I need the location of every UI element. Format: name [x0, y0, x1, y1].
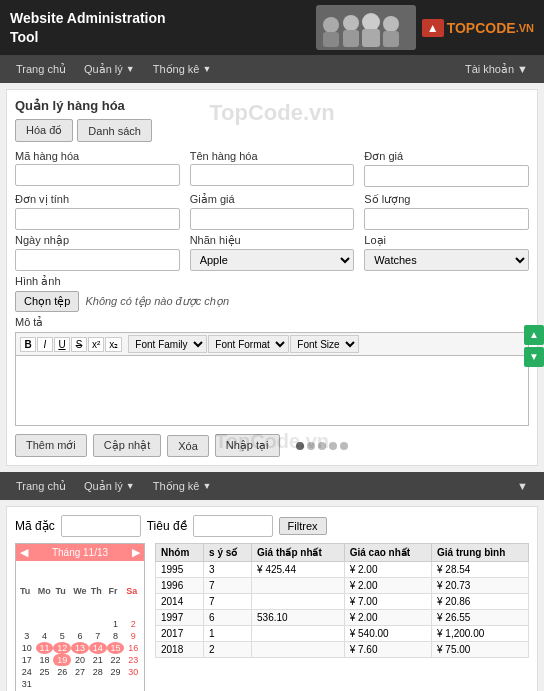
people-image	[316, 5, 416, 50]
svg-rect-1	[323, 32, 339, 47]
nav-thongke-2[interactable]: Thống kê ▼	[145, 476, 220, 497]
section-quanly: TopCode.vn Quản lý hàng hóa Hóa đồ Danh …	[6, 89, 538, 466]
svg-rect-5	[362, 29, 380, 47]
filter-btn[interactable]: Filtrex	[279, 517, 327, 535]
sub-btn[interactable]: x₂	[105, 337, 122, 352]
field-ngay-nhap: Ngày nhập	[15, 234, 180, 271]
field-nhan-hieu: Nhãn hiệu Apple Samsung	[190, 234, 355, 271]
upload-btn[interactable]: Chọn tệp	[15, 291, 79, 312]
filter-row: Mã đặc Tiêu đề Filtrex	[15, 515, 529, 537]
input-giam-gia[interactable]	[190, 208, 355, 230]
label-loai: Loại	[364, 234, 529, 247]
scroll-up-btn[interactable]: ▲	[524, 325, 544, 345]
italic-btn[interactable]: I	[37, 337, 53, 352]
col-so-dat: s ý số	[204, 544, 252, 562]
input-don-vi-tinh[interactable]	[15, 208, 180, 230]
form-grid: Mã hàng hóa Tên hàng hóa Đơn giá Đơn vị …	[15, 150, 529, 230]
cal-prev[interactable]: ◀	[20, 546, 28, 559]
bold-btn[interactable]: B	[20, 337, 36, 352]
brand-row: Ngày nhập Nhãn hiệu Apple Samsung Loại W…	[15, 234, 529, 271]
cell-gia-tb: ¥ 20.86	[432, 594, 529, 610]
nhap-tai-btn[interactable]: Nhập tại	[215, 434, 280, 457]
cal-week-1: 1 2	[18, 618, 142, 630]
nav-thongke[interactable]: Thống kê ▼	[145, 59, 220, 80]
cal-header: ◀ Tháng 11/13 ▶	[16, 544, 144, 561]
input-ma-hang-hoa[interactable]	[15, 164, 180, 186]
field-don-vi-tinh: Đơn vị tính	[15, 193, 180, 230]
header-logo: ▲ TOPCODE .VN	[316, 5, 534, 50]
cell-nhom: 1997	[156, 610, 204, 626]
editor-area[interactable]	[15, 356, 529, 426]
nav-home[interactable]: Trang chủ	[8, 59, 74, 80]
cell-nhom: 1995	[156, 562, 204, 578]
pagination	[296, 442, 348, 450]
svg-point-0	[323, 17, 339, 33]
table-body: 1995 3 ¥ 425.44 ¥ 2.00 ¥ 28.54 1996 7 ¥ …	[156, 562, 529, 658]
input-ngay-nhap[interactable]	[15, 249, 180, 271]
cal-next[interactable]: ▶	[132, 546, 140, 559]
logo-vn: .VN	[516, 22, 534, 34]
nav-account[interactable]: Tài khoản ▼	[457, 59, 536, 80]
filter-ma-input[interactable]	[61, 515, 141, 537]
dot-5	[340, 442, 348, 450]
svg-point-2	[343, 15, 359, 31]
cap-nhat-btn[interactable]: Cập nhật	[93, 434, 161, 457]
cell-gia-thap	[252, 578, 345, 594]
cal-grid: Tu Mo Tu We Th Fr Sa 1	[16, 561, 144, 691]
field-loai: Loại Watches Phones	[364, 234, 529, 271]
nav-account-2[interactable]: ▼	[509, 476, 536, 496]
nav-items-2: Trang chủ Quản lý ▼ Thống kê ▼	[8, 476, 219, 497]
dot-3	[318, 442, 326, 450]
underline-btn[interactable]: U	[54, 337, 70, 352]
cell-gia-cao: ¥ 7.60	[344, 642, 431, 658]
them-moi-btn[interactable]: Thêm mới	[15, 434, 87, 457]
cal-month: Tháng 11/13	[52, 547, 108, 558]
select-loai[interactable]: Watches Phones	[364, 249, 529, 271]
cell-so-dat: 3	[204, 562, 252, 578]
sup-btn[interactable]: x²	[88, 337, 104, 352]
cell-gia-tb: ¥ 75.00	[432, 642, 529, 658]
header: Website Administration Tool ▲ TOPCODE	[0, 0, 544, 55]
cal-days-header: Tu Mo Tu We Th Fr Sa	[18, 563, 142, 618]
cell-so-dat: 1	[204, 626, 252, 642]
input-don-gia[interactable]	[364, 165, 529, 187]
font-format-select[interactable]: Font Format	[208, 335, 289, 353]
strike-btn[interactable]: S	[71, 337, 87, 352]
dot-2	[307, 442, 315, 450]
nav-home-2[interactable]: Trang chủ	[8, 476, 74, 497]
xoa-btn[interactable]: Xóa	[167, 435, 209, 457]
font-family-select[interactable]: Font Family	[128, 335, 207, 353]
cell-gia-thap	[252, 642, 345, 658]
input-ten-hang-hoa[interactable]	[190, 164, 355, 186]
cell-so-dat: 2	[204, 642, 252, 658]
side-buttons: ▲ ▼	[524, 325, 544, 367]
calendar-wrap: ◀ Tháng 11/13 ▶ Tu Mo Tu We Th Fr Sa	[15, 543, 529, 691]
select-nhan-hieu[interactable]: Apple Samsung	[190, 249, 355, 271]
cell-gia-cao: ¥ 2.00	[344, 578, 431, 594]
cal-week-5: 24 25 26 27 28 29 30	[18, 666, 142, 678]
cell-nhom: 2014	[156, 594, 204, 610]
cell-gia-cao: ¥ 2.00	[344, 562, 431, 578]
cal-week-2: 3 4 5 6 7 8 9	[18, 630, 142, 642]
font-size-select[interactable]: Font Size	[290, 335, 359, 353]
filter-ma-label: Mã đặc	[15, 519, 55, 533]
table-row: 2018 2 ¥ 7.60 ¥ 75.00	[156, 642, 529, 658]
col-gia-tb: Giá trung bình	[432, 544, 529, 562]
table-row: 1996 7 ¥ 2.00 ¥ 20.73	[156, 578, 529, 594]
scroll-down-btn[interactable]: ▼	[524, 347, 544, 367]
field-so-luong: Số lượng	[364, 193, 529, 230]
cell-gia-cao: ¥ 7.00	[344, 594, 431, 610]
tab-danhsach[interactable]: Danh sách	[77, 119, 152, 142]
filter-ten-input[interactable]	[193, 515, 273, 537]
cell-gia-cao: ¥ 2.00	[344, 610, 431, 626]
cell-so-dat: 7	[204, 594, 252, 610]
field-don-gia: Đơn giá	[364, 150, 529, 187]
input-so-luong[interactable]	[364, 208, 529, 230]
nav-quanly[interactable]: Quản lý ▼	[76, 59, 143, 80]
table-row: 1995 3 ¥ 425.44 ¥ 2.00 ¥ 28.54	[156, 562, 529, 578]
label-nhan-hieu: Nhãn hiệu	[190, 234, 355, 247]
cell-so-dat: 7	[204, 578, 252, 594]
tab-hoadon[interactable]: Hóa đồ	[15, 119, 73, 142]
nav-quanly-2[interactable]: Quản lý ▼	[76, 476, 143, 497]
app-title: Website Administration Tool	[10, 9, 180, 45]
